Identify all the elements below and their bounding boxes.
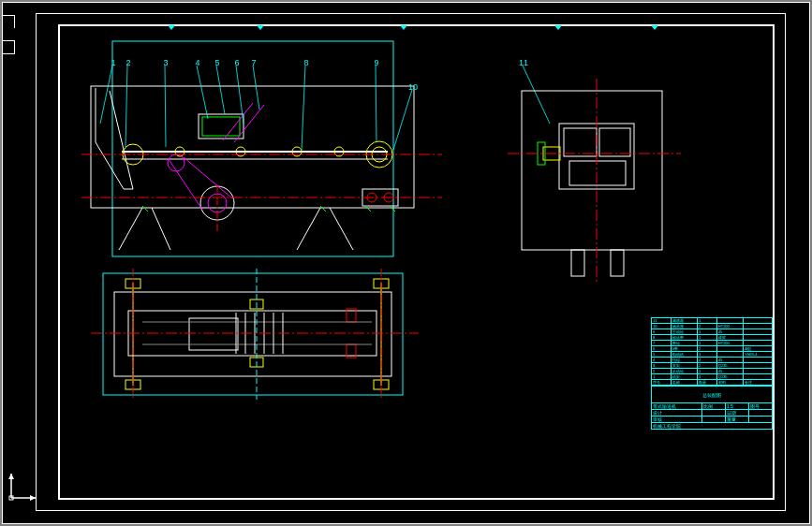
project-label: 带式输送机: [652, 403, 702, 410]
parts-header-cell: 序号: [652, 380, 672, 386]
callout-5: 5: [211, 58, 224, 67]
callout-8: 8: [300, 58, 313, 67]
parts-header-cell: 名称: [671, 380, 697, 386]
svg-rect-14: [199, 114, 244, 139]
parts-header-cell: 材料: [716, 380, 743, 386]
svg-line-19: [169, 159, 202, 210]
svg-line-26: [142, 206, 148, 212]
svg-rect-72: [564, 128, 597, 156]
callout-1: 1: [107, 58, 120, 67]
svg-line-3: [297, 208, 320, 250]
svg-line-36: [197, 66, 208, 119]
checked-label: 审核: [652, 416, 702, 423]
parts-list: 11减速器110轴承座2HT2009主动轮1458输送带1橡胶7带轮1HT200…: [651, 317, 773, 386]
callout-leaders: [100, 66, 550, 150]
callout-3: 3: [159, 58, 172, 67]
svg-line-37: [216, 66, 225, 114]
callout-9: 9: [370, 58, 383, 67]
parts-header-cell: 数量: [698, 380, 717, 386]
svg-line-35: [165, 66, 166, 147]
svg-rect-70: [522, 91, 662, 250]
svg-rect-78: [611, 250, 624, 276]
svg-line-39: [253, 66, 259, 110]
ucs-icon: [8, 474, 36, 501]
svg-marker-83: [30, 495, 36, 501]
svg-line-21: [223, 103, 253, 140]
svg-line-43: [523, 66, 550, 124]
svg-line-1: [119, 208, 142, 250]
sheet-label: 图号: [748, 403, 772, 410]
svg-point-18: [168, 154, 185, 171]
side-view: [508, 79, 681, 283]
front-elevation: [81, 86, 442, 250]
callout-4: 4: [191, 58, 204, 67]
svg-marker-84: [8, 474, 14, 479]
institution: 机械工程学院: [652, 423, 773, 430]
parts-list-table: 11减速器110轴承座2HT2009主动轮1458输送带1橡胶7带轮1HT200…: [651, 317, 773, 386]
callout-6: 6: [230, 58, 244, 67]
callout-10: 10: [406, 82, 420, 92]
date-label: 日期: [725, 410, 748, 416]
title-block: 总装配图 带式输送机 比例 1:5 图号 设计 日期 审核 重量 机械工: [651, 386, 773, 498]
scale-label: 比例: [701, 403, 725, 410]
scale-value: 1:5: [725, 403, 748, 410]
svg-line-40: [302, 66, 305, 150]
selection-rect: [112, 41, 393, 256]
svg-rect-45: [114, 292, 391, 376]
svg-line-42: [393, 90, 412, 150]
svg-line-4: [330, 208, 353, 250]
weight-label: 重量: [725, 416, 748, 423]
callout-7: 7: [247, 58, 260, 67]
svg-line-27: [320, 206, 326, 212]
parts-list-body: 11减速器110轴承座2HT2009主动轮1458输送带1橡胶7带轮1HT200…: [652, 318, 773, 386]
svg-line-38: [236, 66, 244, 124]
callout-2: 2: [122, 58, 135, 67]
designed-label: 设计: [652, 410, 702, 416]
svg-rect-53: [189, 318, 238, 350]
plan-view: [91, 269, 419, 400]
svg-line-28: [365, 206, 371, 212]
svg-rect-74: [569, 161, 626, 185]
cad-viewport[interactable]: 1234567891011 11减速器110轴承座2HT2009主动轮1458输…: [2, 2, 810, 524]
svg-rect-77: [571, 250, 584, 276]
svg-line-34: [125, 66, 127, 147]
drawing-name: 总装配图: [652, 387, 773, 403]
svg-line-2: [152, 208, 170, 250]
callout-11: 11: [517, 58, 530, 67]
svg-line-22: [234, 105, 264, 142]
svg-line-29: [390, 206, 395, 212]
svg-line-41: [376, 66, 376, 142]
svg-rect-73: [599, 128, 630, 156]
parts-header-cell: 备注: [744, 380, 773, 386]
